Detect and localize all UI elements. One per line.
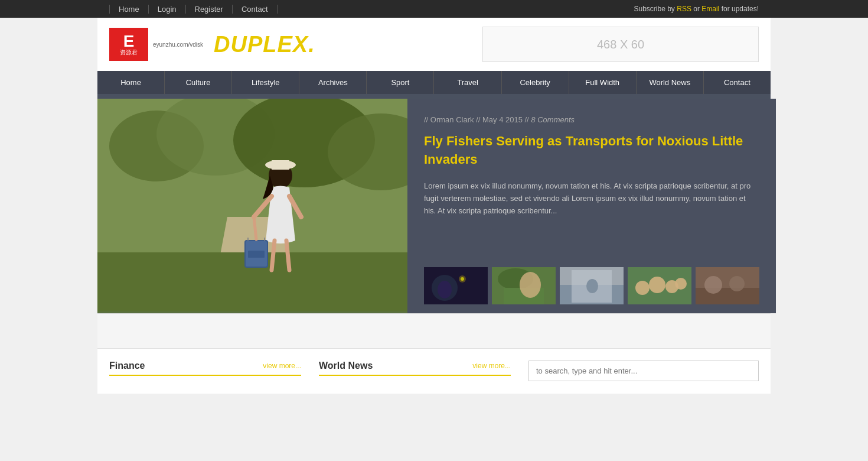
top-nav-contact[interactable]: Contact bbox=[233, 5, 278, 14]
logo-letter: E bbox=[123, 33, 135, 50]
subscribe-text: Subscribe by RSS or Email for updates! bbox=[634, 5, 759, 13]
top-nav-register[interactable]: Register bbox=[186, 5, 233, 14]
thumb-5[interactable] bbox=[696, 267, 759, 304]
thumb-1[interactable] bbox=[424, 267, 488, 304]
world-news-header: World News view more... bbox=[319, 361, 511, 376]
mid-ad-bar bbox=[97, 313, 771, 349]
svg-rect-9 bbox=[272, 160, 289, 170]
top-nav: Home Login Register Contact bbox=[109, 5, 278, 14]
svg-point-24 bbox=[461, 277, 464, 281]
nav-sport[interactable]: Sport bbox=[367, 71, 434, 94]
hero-title[interactable]: Fly Fishers Serving as Transports for No… bbox=[424, 132, 759, 169]
thumb-4[interactable] bbox=[628, 267, 691, 304]
nav-archives[interactable]: Archives bbox=[299, 71, 367, 94]
svg-point-21 bbox=[438, 281, 452, 298]
svg-point-34 bbox=[635, 281, 650, 295]
hero-meta: // Orman Clark // May 4 2015 // 8 Commen… bbox=[424, 115, 759, 124]
nav-contact[interactable]: Contact bbox=[704, 71, 771, 94]
hero-section: // Orman Clark // May 4 2015 // 8 Commen… bbox=[97, 99, 771, 313]
rss-link[interactable]: RSS bbox=[677, 5, 691, 13]
svg-point-28 bbox=[520, 272, 541, 298]
hero-comments-link[interactable]: 8 Comments bbox=[531, 115, 575, 124]
nav-celebrity[interactable]: Celebrity bbox=[502, 71, 569, 94]
svg-rect-17 bbox=[248, 251, 265, 258]
logo-line1: 资源君 bbox=[120, 50, 138, 56]
hero-thumbs bbox=[424, 267, 759, 304]
world-news-view-more[interactable]: view more... bbox=[472, 362, 511, 370]
top-nav-home[interactable]: Home bbox=[109, 5, 149, 14]
search-section bbox=[528, 361, 759, 381]
logo-box: E 资源君 bbox=[109, 28, 148, 61]
site-title[interactable]: DUPLEX. bbox=[214, 32, 315, 57]
thumb-2[interactable] bbox=[492, 267, 556, 304]
email-link[interactable]: Email bbox=[701, 5, 719, 13]
hero-svg bbox=[97, 99, 407, 311]
logo-text-area: eyunzhu.com/vdisk bbox=[153, 41, 203, 48]
svg-line-13 bbox=[286, 241, 289, 270]
svg-point-35 bbox=[649, 277, 665, 293]
search-input[interactable] bbox=[528, 361, 759, 381]
bottom-sections: Finance view more... World News view mor… bbox=[97, 349, 771, 394]
top-nav-login[interactable]: Login bbox=[149, 5, 186, 14]
svg-line-12 bbox=[272, 241, 275, 270]
svg-point-37 bbox=[675, 278, 687, 290]
svg-point-40 bbox=[704, 276, 722, 294]
nav-lifestyle[interactable]: Lifestyle bbox=[232, 71, 299, 94]
ad-banner: 468 X 60 bbox=[482, 27, 759, 62]
nav-home[interactable]: Home bbox=[97, 71, 165, 94]
thumb-3[interactable] bbox=[560, 267, 624, 304]
finance-view-more[interactable]: view more... bbox=[263, 362, 301, 370]
nav-world-news[interactable]: World News bbox=[637, 71, 704, 94]
finance-section: Finance view more... bbox=[109, 361, 301, 382]
svg-rect-39 bbox=[696, 288, 759, 304]
logo-area: E 资源君 eyunzhu.com/vdisk DUPLEX. bbox=[109, 28, 315, 61]
world-news-section: World News view more... bbox=[319, 361, 511, 382]
nav-culture[interactable]: Culture bbox=[165, 71, 232, 94]
nav-full-width[interactable]: Full Width bbox=[569, 71, 637, 94]
hero-excerpt: Lorem ipsum ex vix illud nonummy, novum … bbox=[424, 180, 759, 255]
nav-travel[interactable]: Travel bbox=[434, 71, 501, 94]
main-nav: Home Culture Lifestyle Archives Sport Tr… bbox=[97, 71, 771, 94]
hero-image bbox=[97, 99, 407, 313]
svg-point-41 bbox=[729, 276, 745, 291]
logo-line2: eyunzhu.com/vdisk bbox=[153, 41, 203, 48]
svg-point-32 bbox=[586, 279, 598, 293]
header: E 资源君 eyunzhu.com/vdisk DUPLEX. 468 X 60 bbox=[97, 18, 771, 71]
finance-header: Finance view more... bbox=[109, 361, 301, 376]
hero-content: // Orman Clark // May 4 2015 // 8 Commen… bbox=[407, 99, 776, 313]
